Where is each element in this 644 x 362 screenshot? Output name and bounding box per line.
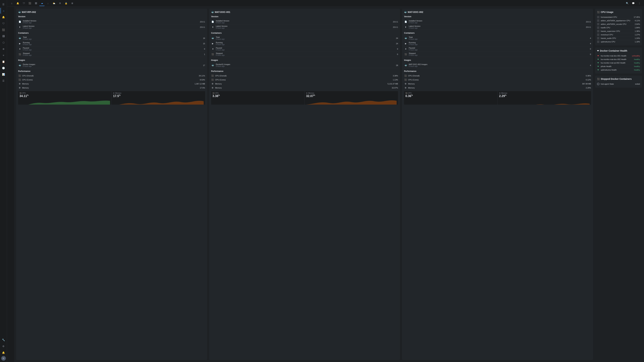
cpu-icon-rpi: ⬛ xyxy=(18,74,21,77)
health-card: ❤ Docker Container Health ❤ ha-monitor-m… xyxy=(595,47,642,73)
cpu-item-0: homeassistant CPU 17.45% xyxy=(597,15,640,19)
sidebar-wrench[interactable]: 🔧 xyxy=(0,337,6,343)
sidebar-monitor[interactable]: 📊 xyxy=(0,71,6,77)
sidebar-clock[interactable]: 🕐 xyxy=(0,65,6,71)
cpu-chart-value-doc001: 3.38% xyxy=(212,94,303,98)
health-item-4: ❤ uptimekuma Health healthy xyxy=(597,68,640,71)
sidebar-layers[interactable]: ⬛ xyxy=(0,27,6,33)
metric-stopped-rpi: ⬛ Stopped 6 hours ago 1 xyxy=(18,52,205,57)
cpu-item-1: addon_a0d7b954_appdaemon CPU 4.11% xyxy=(597,19,640,22)
sidebar-list[interactable]: ≡ xyxy=(0,52,6,58)
mem-chart-rpi: ⚙ Memory 17.5% xyxy=(112,91,205,105)
pause-icon-doc002: ⏸ xyxy=(404,47,407,51)
mem-pct-icon-doc002: ⚙ xyxy=(404,86,407,89)
nav-search[interactable]: 🔍 xyxy=(624,1,630,6)
nav-more[interactable]: ⋮ xyxy=(636,1,642,6)
perf-cpu-cores-rpi: ⬛ CPU (Cores) 8.53% xyxy=(18,78,205,82)
sidebar: ☰ ⌂ 🔔 🛡 ⬛ 🖼 ⬡ ⊕ ≡ 📋 🕐 📊 ☰ 🔧 ⚙ 🔔 U xyxy=(0,0,7,362)
section-containers-doc001: Containers xyxy=(211,32,398,34)
section-perf-rpi: Performance xyxy=(18,70,205,72)
nav-layers[interactable]: ⬛ xyxy=(27,1,32,6)
node-card-mat-doc-001: 🐳 MAT-DOC-001 Version 📄 Installed Versio… xyxy=(209,9,400,360)
nav-settings[interactable]: ⚙ xyxy=(57,1,63,6)
sidebar-home[interactable]: ⌂ xyxy=(0,8,6,14)
file-icon-doc001: 📄 xyxy=(211,20,214,23)
health-heart-2: ❤ xyxy=(597,62,600,64)
mem-chart-doc002: ⚙ Memory 2.29% xyxy=(498,91,591,105)
section-images-doc002: Images xyxy=(404,59,591,61)
nav-lock[interactable]: 🔒 xyxy=(64,1,69,6)
file-icon: 📄 xyxy=(18,20,22,23)
sidebar-settings[interactable]: ⚙ xyxy=(0,343,6,349)
cpu-usage-icon: ⬛ xyxy=(597,11,600,13)
metric-installed-version-doc001: 📄 Installed Version 6 hours ago 23.0.1 xyxy=(211,19,398,24)
cpu-item-3: traefik CPU 1.84% xyxy=(597,26,640,29)
health-heart-0: ❤ xyxy=(597,55,600,57)
stopped-card: ⬛ Stopped Docker Containers hub-agent St… xyxy=(595,76,642,88)
chart-container-doc002: ⬛ CPU 0.36% ⚙ Memory 2.29% xyxy=(404,91,591,105)
sidebar-notify[interactable]: 🔔 xyxy=(0,350,6,356)
section-containers-doc002: Containers xyxy=(404,32,591,34)
user-avatar[interactable]: U xyxy=(1,356,6,361)
perf-mem-mb-rpi: ⚙ Memory 1,367.12 MB xyxy=(18,82,205,86)
health-item-0: ❤ ha-monitor-mat-doc-001 Health unhealth… xyxy=(597,54,640,58)
sidebar-source[interactable]: ⊕ xyxy=(0,46,6,52)
node-title-mat-doc-001: 🐳 MAT-DOC-001 xyxy=(211,11,398,13)
stopped-item-0: hub-agent State exited xyxy=(597,82,640,86)
nav-shield[interactable]: 🛡 xyxy=(21,1,26,6)
metric-paused-doc001: ⏸ Paused 6 hours ago 0 xyxy=(211,46,398,52)
top-nav: ⌂ 🔔 🛡 ⬛ 🖼 ☁ ↓ ⛅ ⚙ 🔒 🖥 🔍 💬 ⋮ xyxy=(7,0,644,7)
cpu-cores-icon-rpi: ⬛ xyxy=(18,78,21,81)
metric-installed-version-doc002: 📄 Installed Version 6 hours ago 23.0.1 xyxy=(404,19,591,24)
sidebar-menu[interactable]: ☰ xyxy=(0,1,6,7)
stopped-title: ⬛ Stopped Docker Containers xyxy=(597,78,640,80)
cpu-item-6: hassio_audio CPU 1.24% xyxy=(597,36,640,40)
nav-bell[interactable]: 🔔 xyxy=(15,1,20,6)
sidebar-image[interactable]: 🖼 xyxy=(0,33,6,39)
sidebar-log[interactable]: 📋 xyxy=(0,59,6,65)
sidebar-shield[interactable]: 🛡 xyxy=(0,20,6,26)
cpu-cores-icon-doc001: ⬛ xyxy=(211,78,214,81)
health-title: ❤ Docker Container Health xyxy=(597,49,640,52)
docker-icon: 🐳 xyxy=(18,64,22,67)
metric-running-doc002: ▶ Running 6 hours ago 4 xyxy=(404,41,591,46)
stopped-icon: ⬛ xyxy=(597,78,600,80)
cpu-dot-3 xyxy=(597,26,600,29)
cpu-usage-title: ⬛ CPU Usage xyxy=(597,11,640,13)
metric-running-doc001: ▶ Running 6 hours ago 24 xyxy=(211,41,398,46)
cpu-item-7: uptimekuma CPU 1.18% xyxy=(597,40,640,43)
section-version-doc001: Version xyxy=(211,15,398,18)
cpu-usage-list: homeassistant CPU 17.45% addon_a0d7b954_… xyxy=(597,15,640,43)
mem-chart-value-rpi: 17.5% xyxy=(113,94,204,98)
stopped-circle-0 xyxy=(597,83,600,85)
perf-cpu-cores-doc001: ⬛ CPU (Cores) 1.13% xyxy=(211,78,398,82)
sidebar-extension[interactable]: ⬡ xyxy=(0,39,6,45)
nav-cloud[interactable]: ☁ xyxy=(39,1,44,6)
file-icon-doc002: 📄 xyxy=(404,20,407,23)
metric-paused-doc002: ⏸ Paused 6 hours ago 0 xyxy=(404,46,591,52)
nav-image[interactable]: 🖼 xyxy=(33,1,38,6)
nav-cloudalt[interactable]: ⛅ xyxy=(51,1,57,6)
nav-chat[interactable]: 💬 xyxy=(630,1,636,6)
perf-cpu-overall-rpi: ⬛ CPU (Overall) 34.11% xyxy=(18,74,205,78)
cloud-icon-doc001: 🐳 xyxy=(211,36,214,40)
cpu-chart-icon-doc001: ⬛ xyxy=(212,92,214,94)
cpu-dot-4 xyxy=(597,30,600,32)
sidebar-bell[interactable]: 🔔 xyxy=(0,14,6,20)
cpu-dot-2 xyxy=(597,23,600,25)
arrow-icon-doc001: ⬆ xyxy=(211,25,214,29)
mem-icon-rpi: ⚙ xyxy=(18,82,21,85)
perf-cpu-overall-doc001: ⬛ CPU (Overall) 3.38% xyxy=(211,74,398,78)
health-status-0: unhealthy xyxy=(632,55,640,57)
cpu-cores-icon-doc002: ⬛ xyxy=(404,78,407,81)
nav-display[interactable]: 🖥 xyxy=(70,1,75,6)
perf-mem-pct-doc002: ⚙ Memory 2.29% xyxy=(404,86,591,90)
mem-pct-icon-rpi: ⚙ xyxy=(18,86,21,89)
nav-home[interactable]: ⌂ xyxy=(9,1,14,6)
metric-latest-version-doc002: ⬆ Latest Version 6 hours ago 23.0.1 xyxy=(404,24,591,30)
perf-mem-pct-rpi: ⚙ Memory 17.5% xyxy=(18,86,205,90)
node-card-mat-rpi-002: 🐳 MAT-RPI-002 Version 📄 Installed Versio… xyxy=(16,9,207,360)
nav-download[interactable]: ↓ xyxy=(45,1,51,6)
health-status-1: healthy xyxy=(634,58,640,60)
sidebar-list2[interactable]: ☰ xyxy=(0,78,6,84)
